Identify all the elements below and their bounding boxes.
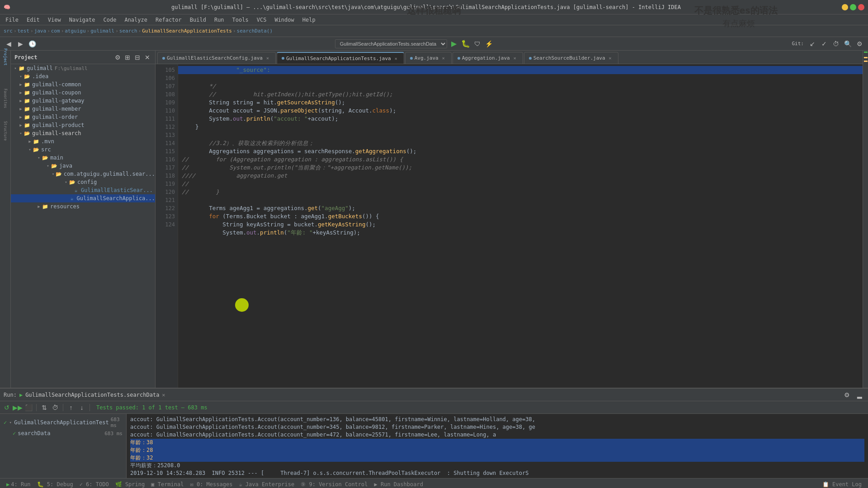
menu-refactor[interactable]: Refactor bbox=[152, 16, 185, 24]
window-controls[interactable] bbox=[842, 4, 864, 10]
tree-item-main[interactable]: ▾ 📂 main bbox=[11, 154, 155, 162]
code-area[interactable]: "_source": */ // hit.getIndex();hit.getT… bbox=[178, 64, 863, 388]
tab-close-src[interactable]: ✕ bbox=[607, 55, 613, 61]
bottom-tab-spring[interactable]: 🌿 Spring bbox=[113, 480, 148, 488]
toolbar-settings[interactable]: ⚙ bbox=[854, 39, 864, 49]
git-push[interactable]: ✓ bbox=[819, 39, 829, 49]
breadcrumb-class[interactable]: GulimallSearchApplicationTests bbox=[142, 28, 232, 34]
test-suite-item[interactable]: ✓ ▾ GulimallSearchApplicationTest 683 ms bbox=[2, 416, 124, 429]
breadcrumb-gulimall[interactable]: gulimall bbox=[90, 28, 114, 34]
bottom-tab-debug[interactable]: 🐛 5: Debug bbox=[34, 480, 76, 488]
breadcrumb-src[interactable]: src bbox=[4, 28, 13, 34]
left-icon-favorites[interactable]: Favorites bbox=[1, 94, 10, 103]
sort-alpha-button[interactable]: ⇅ bbox=[39, 403, 49, 413]
tree-item-coupon[interactable]: ▶ 📁 gulimall-coupon bbox=[11, 89, 155, 97]
tree-item-resources[interactable]: ▶ 📁 resources bbox=[11, 202, 155, 211]
tab-close-avg[interactable]: ✕ bbox=[440, 55, 447, 61]
menu-edit[interactable]: Edit bbox=[23, 16, 43, 24]
tree-item-elastic-config[interactable]: ☕ GulimallElasticSear... bbox=[11, 186, 155, 194]
next-fail-button[interactable]: ↓ bbox=[77, 403, 87, 413]
menu-navigate[interactable]: Navigate bbox=[66, 16, 99, 24]
tab-app-tests[interactable]: GulimallSearchApplicationTests.java ✕ bbox=[277, 52, 404, 64]
tab-avg[interactable]: Avg.java ✕ bbox=[405, 52, 452, 64]
run-close-btn[interactable]: ✕ bbox=[162, 392, 165, 398]
run-all-button[interactable]: ▶▶ bbox=[13, 403, 23, 413]
sidebar-close[interactable]: ✕ bbox=[143, 53, 151, 61]
tree-item-gateway[interactable]: ▶ 📁 gulimall-gateway bbox=[11, 97, 155, 105]
maximize-button[interactable] bbox=[850, 4, 856, 10]
menu-run[interactable]: Run bbox=[211, 16, 228, 24]
menu-code[interactable]: Code bbox=[100, 16, 120, 24]
git-history[interactable]: ⏱ bbox=[831, 39, 841, 49]
minimize-button[interactable] bbox=[842, 4, 848, 10]
toolbar-recent[interactable]: 🕒 bbox=[27, 39, 37, 49]
breadcrumb-method[interactable]: searchData() bbox=[237, 28, 273, 34]
run-minimize[interactable]: ▂ bbox=[854, 390, 864, 400]
prev-fail-button[interactable]: ↑ bbox=[66, 403, 76, 413]
left-icon-project[interactable]: Project bbox=[1, 52, 10, 61]
toolbar-back[interactable]: ◀ bbox=[4, 39, 14, 49]
toolbar-search[interactable]: 🔍 bbox=[843, 39, 853, 49]
bottom-tab-version-control[interactable]: ⑨ 9: Version Control bbox=[298, 480, 370, 488]
bottom-tab-run-dashboard[interactable]: ▶ Run Dashboard bbox=[372, 480, 426, 488]
toolbar-forward[interactable]: ▶ bbox=[15, 39, 25, 49]
menu-window[interactable]: Window bbox=[271, 16, 297, 24]
tree-item-product[interactable]: ▶ 📁 gulimall-product bbox=[11, 121, 155, 129]
close-button[interactable] bbox=[858, 4, 864, 10]
menu-build[interactable]: Build bbox=[186, 16, 210, 24]
tab-close-elastic[interactable]: ✕ bbox=[264, 55, 271, 61]
tree-item-search[interactable]: ▾ 📂 gulimall-search bbox=[11, 129, 155, 137]
tab-close-tests[interactable]: ✕ bbox=[393, 55, 399, 61]
tab-aggregation[interactable]: Aggregation.java ✕ bbox=[453, 52, 523, 64]
menu-vcs[interactable]: VCS bbox=[253, 16, 270, 24]
menu-file[interactable]: File bbox=[2, 16, 22, 24]
menu-view[interactable]: View bbox=[44, 16, 65, 24]
tree-item-idea[interactable]: ▾ 📂 .idea bbox=[11, 72, 155, 80]
tree-item-com-pkg[interactable]: ▾ 📂 com.atguigu.gulimall.sear... bbox=[11, 170, 155, 178]
breadcrumb-atguigu[interactable]: atguigu bbox=[65, 28, 85, 34]
breadcrumb-test[interactable]: test bbox=[18, 28, 30, 34]
sidebar-expand[interactable]: ⊞ bbox=[123, 53, 132, 61]
tab-close-agg[interactable]: ✕ bbox=[512, 55, 518, 61]
breadcrumb-java[interactable]: java bbox=[34, 28, 47, 34]
test-method-item[interactable]: ✓ searchData 683 ms bbox=[2, 429, 124, 437]
bottom-tab-java-enterprise[interactable]: ☕ Java Enterprise bbox=[236, 480, 297, 488]
code-editor[interactable]: 105 106 107 108 109 110 111 112 113 114 … bbox=[156, 64, 863, 388]
menu-analyze[interactable]: Analyze bbox=[121, 16, 151, 24]
run-configuration-select[interactable]: GulimallSearchApplicationTests.searchDat… bbox=[335, 39, 447, 48]
sidebar-gear[interactable]: ⚙ bbox=[113, 53, 122, 61]
menu-tools[interactable]: Tools bbox=[229, 16, 252, 24]
rerun-button[interactable]: ↺ bbox=[2, 403, 12, 413]
menu-help[interactable]: Help bbox=[299, 16, 319, 24]
tree-item-java[interactable]: ▾ 📂 java bbox=[11, 162, 155, 170]
coverage-button[interactable]: 🛡 bbox=[472, 39, 482, 49]
stop-button[interactable]: ⬛ bbox=[24, 403, 33, 413]
breadcrumb-search[interactable]: search bbox=[119, 28, 137, 34]
bottom-tab-event-log[interactable]: 📋 Event Log bbox=[820, 480, 864, 488]
sort-duration-button[interactable]: ⏱ bbox=[50, 403, 60, 413]
sidebar-collapse[interactable]: ⊟ bbox=[133, 53, 142, 61]
run-settings[interactable]: ⚙ bbox=[842, 390, 852, 400]
tab-search-source[interactable]: SearchSourceBuilder.java ✕ bbox=[524, 52, 618, 64]
run-button[interactable]: ▶ bbox=[449, 39, 459, 49]
git-update[interactable]: ↙ bbox=[807, 39, 817, 49]
tree-item-config[interactable]: ▾ 📂 config bbox=[11, 178, 155, 186]
debug-button[interactable]: 🐛 bbox=[461, 39, 471, 49]
tree-item-mvn[interactable]: ▶ 📁 .mvn bbox=[11, 137, 155, 145]
folder-icon-gateway: 📁 bbox=[24, 97, 31, 104]
tree-item-member[interactable]: ▶ 📁 gulimall-member bbox=[11, 105, 155, 113]
bottom-tab-run[interactable]: ▶ 4: Run bbox=[4, 480, 33, 488]
tree-item-app-tests[interactable]: ☕ GulimallSearchApplica... bbox=[11, 194, 155, 202]
bottom-tab-todo[interactable]: ✓ 6: TODO bbox=[77, 480, 112, 488]
tree-item-gulimall-root[interactable]: ▾ 📁 gulimall F:\gulimall bbox=[11, 64, 155, 72]
run-test-name[interactable]: GulimallSearchApplicationTests.searchDat… bbox=[25, 392, 159, 398]
left-icon-structure[interactable]: Structure bbox=[1, 127, 10, 136]
bottom-tab-terminal[interactable]: ▣ Terminal bbox=[148, 480, 186, 488]
tree-item-src[interactable]: ▾ 📂 src bbox=[11, 145, 155, 154]
tab-elastic-config[interactable]: GulimallElasticSearchConfig.java ✕ bbox=[157, 52, 276, 64]
bottom-tab-messages[interactable]: ✉ 0: Messages bbox=[187, 480, 235, 488]
breadcrumb-com[interactable]: com bbox=[51, 28, 60, 34]
tree-item-order[interactable]: ▶ 📁 gulimall-order bbox=[11, 113, 155, 121]
tree-item-common[interactable]: ▶ 📁 gulimall-common bbox=[11, 80, 155, 89]
profiler-button[interactable]: ⚡ bbox=[484, 39, 494, 49]
